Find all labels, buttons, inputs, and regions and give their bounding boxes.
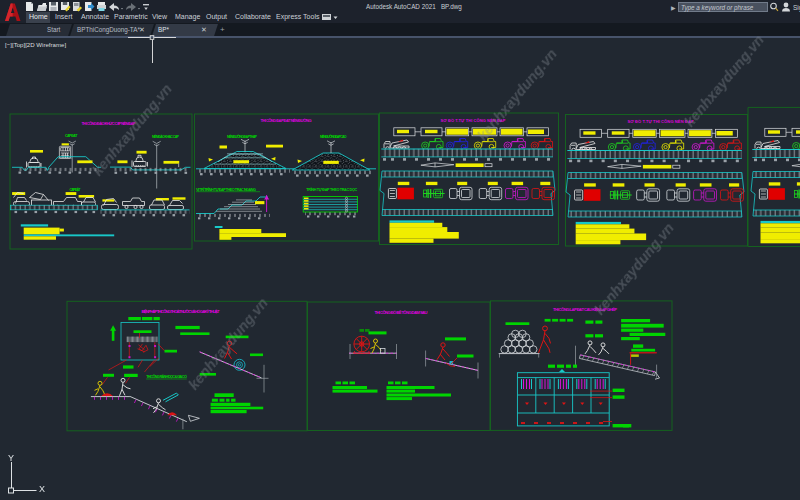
svg-text:Y: Y xyxy=(8,453,14,463)
svg-text:NỀN ĐƯỜNG ĐẮP CAO: NỀN ĐƯỜNG ĐẮP CAO xyxy=(320,134,347,139)
svg-text:BIỆN PHÁP THI CÔNG THOÁT NƯỜC: BIỆN PHÁP THI CÔNG THOÁT NƯỜC VÀ HỐ GA K… xyxy=(142,309,220,314)
svg-text:THI CÔNG RÃNH DỌC & GIA CỐ: THI CÔNG RÃNH DỌC & GIA CỐ xyxy=(146,374,187,379)
svg-text:NỀN ĐƯỜNG ĐẮP THẤP: NỀN ĐƯỜNG ĐẮP THẤP xyxy=(227,134,258,139)
svg-text:CẤP ĐẤT: CẤP ĐẤT xyxy=(65,134,78,138)
svg-text:X: X xyxy=(39,484,45,494)
svg-text:kenhxaydung.vn: kenhxaydung.vn xyxy=(681,32,767,130)
svg-text:VỊ TRÍ TRÌNH TỰ ĐẮP THEO TRẮC: VỊ TRÍ TRÌNH TỰ ĐẮP THEO TRẮC NGANG xyxy=(196,187,256,192)
svg-text:NỀN ĐÀO KHẤC CẤP: NỀN ĐÀO KHẤC CẤP xyxy=(152,134,180,139)
svg-text:TRÌNH TỰ ĐẮP THEO TRẮC DỌC: TRÌNH TỰ ĐẮP THEO TRẮC DỌC xyxy=(306,187,357,192)
svg-text:THI CÔNG ĐỔ BÊ TÔNG DẤM SAU: THI CÔNG ĐỔ BÊ TÔNG DẤM SAU xyxy=(375,310,428,315)
svg-text:THI CÔNG ĐẮP ĐẤT NỀN ĐƯỜNG: THI CÔNG ĐẮP ĐẤT NỀN ĐƯỜNG xyxy=(261,118,312,123)
svg-text:CẤP ĐẬT: CẤP ĐẬT xyxy=(70,187,82,192)
